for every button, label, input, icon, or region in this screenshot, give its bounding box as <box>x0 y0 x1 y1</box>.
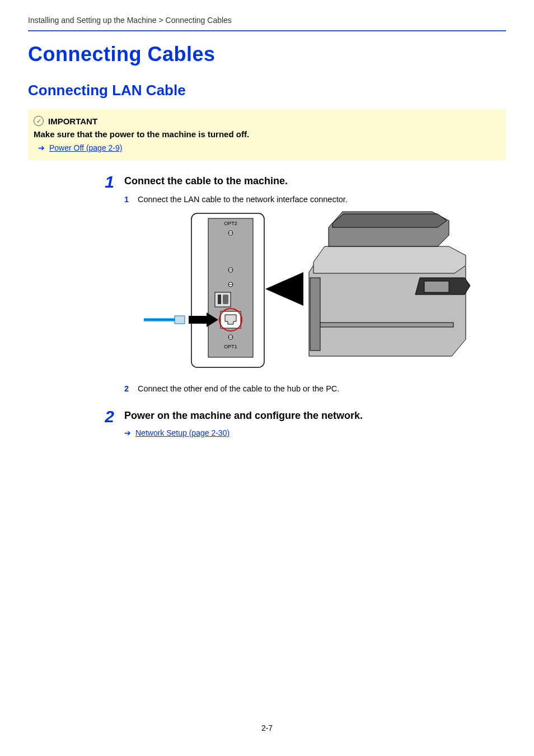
callout-text: Make sure that the power to the machine … <box>34 129 500 139</box>
svg-marker-22 <box>313 246 466 273</box>
lan-connection-diagram-icon: OPT2 OPT1 <box>135 211 471 373</box>
substep-1-1-text: Connect the LAN cable to the network int… <box>138 194 348 205</box>
page-title-h1: Connecting Cables <box>28 43 506 66</box>
svg-rect-27 <box>313 323 453 327</box>
substep-1-2: 2 Connect the other end of the cable to … <box>124 383 506 394</box>
svg-rect-17 <box>175 316 185 324</box>
svg-marker-24 <box>332 214 447 227</box>
svg-rect-11 <box>218 295 221 304</box>
connector-figure: OPT2 OPT1 <box>135 211 506 373</box>
breadcrumb: Installing and Setting up the Machine > … <box>28 16 506 31</box>
step-2: 2 Power on the machine and configure the… <box>101 408 506 437</box>
svg-marker-20 <box>265 272 303 306</box>
opt1-label: OPT1 <box>224 344 237 349</box>
svg-rect-18 <box>189 316 207 324</box>
section-title-h2: Connecting LAN Cable <box>28 82 506 99</box>
page-number: 2-7 <box>0 724 534 732</box>
arrow-right-icon: ➔ <box>124 428 131 437</box>
substep-1-2-text: Connect the other end of the cable to th… <box>138 383 339 394</box>
arrow-right-icon: ➔ <box>38 143 45 152</box>
power-off-link[interactable]: Power Off (page 2-9) <box>49 143 122 152</box>
step-1-number: 1 <box>101 174 114 400</box>
step-1: 1 Connect the cable to the machine. 1 Co… <box>101 174 506 400</box>
opt2-label: OPT2 <box>224 221 237 226</box>
important-label: IMPORTANT <box>48 116 97 126</box>
network-setup-link[interactable]: Network Setup (page 2-30) <box>135 428 229 437</box>
svg-rect-12 <box>223 295 228 304</box>
check-icon: ✓ <box>34 116 44 126</box>
step-1-title: Connect the cable to the machine. <box>124 175 506 187</box>
svg-rect-28 <box>310 278 320 351</box>
important-callout: ✓ IMPORTANT Make sure that the power to … <box>28 109 506 160</box>
substep-1-1: 1 Connect the LAN cable to the network i… <box>124 194 506 205</box>
substep-1-2-number: 2 <box>124 383 132 394</box>
step-2-title: Power on the machine and configure the n… <box>124 410 506 422</box>
substep-1-1-number: 1 <box>124 194 132 205</box>
step-2-number: 2 <box>101 408 114 437</box>
svg-rect-26 <box>424 281 449 292</box>
